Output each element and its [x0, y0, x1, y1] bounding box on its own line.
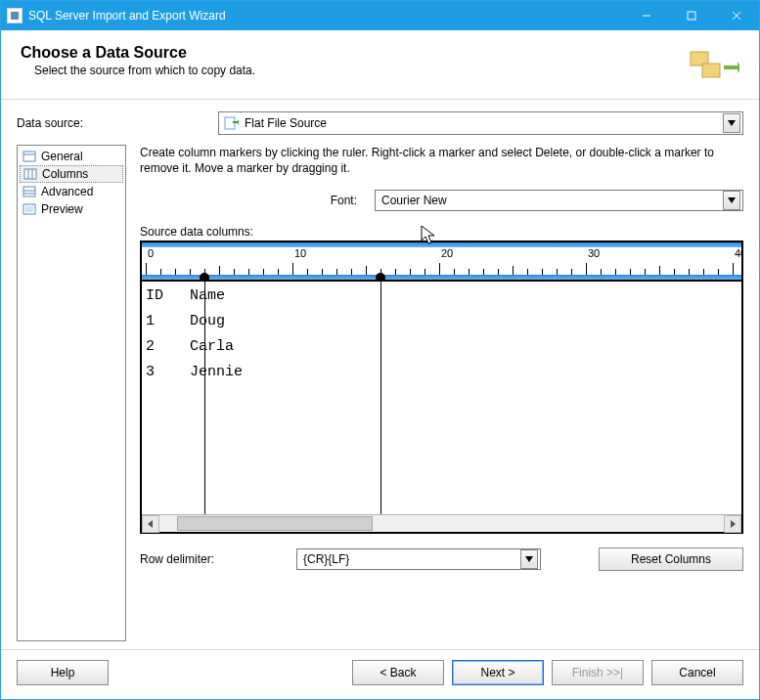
- column-marker[interactable]: [200, 273, 209, 282]
- sidebar-item-columns[interactable]: Columns: [20, 165, 123, 183]
- page-title: Choose a Data Source: [21, 44, 673, 62]
- source-columns-area: 010203040 ID Name1 Doug2 Carla3 Jennie: [140, 241, 743, 534]
- titlebar[interactable]: SQL Server Import and Export Wizard: [1, 1, 759, 30]
- data-source-value: Flat File Source: [245, 116, 723, 130]
- data-source-label: Data source:: [17, 116, 218, 130]
- bottom-row: Row delimiter: {CR}{LF} Reset Columns: [140, 547, 743, 571]
- scroll-left-button[interactable]: [142, 515, 159, 533]
- close-button[interactable]: [714, 1, 759, 30]
- font-drop-button[interactable]: [723, 191, 740, 210]
- sidebar-item-label: Columns: [42, 167, 88, 181]
- font-label: Font:: [140, 194, 375, 207]
- font-value: Courier New: [381, 194, 723, 207]
- svg-rect-12: [23, 187, 35, 197]
- svg-rect-16: [25, 206, 33, 212]
- flat-file-source-icon: [223, 115, 239, 131]
- help-button[interactable]: Help: [17, 660, 109, 685]
- data-row: 3 Jennie: [146, 364, 243, 380]
- data-grid[interactable]: ID Name1 Doug2 Carla3 Jennie: [142, 282, 741, 514]
- sidebar: General Columns Advanced: [17, 145, 126, 641]
- wizard-logo-icon: [685, 44, 739, 91]
- ruler-wrap: 010203040: [142, 242, 741, 282]
- finish-button[interactable]: Finish >>|: [552, 660, 644, 685]
- scroll-track[interactable]: [159, 515, 724, 532]
- data-source-drop-button[interactable]: [723, 113, 740, 133]
- page-header: Choose a Data Source Select the source f…: [1, 30, 759, 100]
- data-row: ID Name: [146, 287, 225, 304]
- sidebar-item-advanced[interactable]: Advanced: [20, 183, 123, 200]
- row-delimiter-label: Row delimiter:: [140, 552, 287, 566]
- font-dropdown[interactable]: Courier New: [375, 190, 743, 211]
- preview-icon: [22, 202, 37, 216]
- advanced-icon: [22, 185, 37, 198]
- sidebar-item-preview[interactable]: Preview: [20, 200, 123, 218]
- sidebar-item-general[interactable]: General: [20, 148, 123, 165]
- page-subtitle: Select the source from which to copy dat…: [34, 64, 673, 77]
- data-row: 1 Doug: [146, 313, 225, 329]
- svg-rect-1: [688, 12, 695, 20]
- back-button[interactable]: < Back: [352, 660, 444, 685]
- data-row: 2 Carla: [146, 338, 234, 355]
- footer: Help < Back Next > Finish >>| Cancel: [1, 649, 759, 699]
- column-divider: [380, 282, 381, 514]
- columns-icon: [22, 167, 38, 181]
- window-root: SQL Server Import and Export Wizard Choo…: [0, 0, 760, 700]
- row-delimiter-dropdown[interactable]: {CR}{LF}: [296, 548, 541, 570]
- source-columns-label: Source data columns:: [140, 225, 743, 239]
- sidebar-item-label: Preview: [41, 202, 83, 216]
- scroll-right-button[interactable]: [724, 515, 741, 533]
- reset-columns-button[interactable]: Reset Columns: [599, 547, 743, 571]
- svg-rect-7: [23, 152, 35, 161]
- font-row: Font: Courier New: [140, 190, 743, 211]
- maximize-button[interactable]: [669, 1, 714, 30]
- cancel-button[interactable]: Cancel: [651, 660, 743, 685]
- row-delimiter-drop-button[interactable]: [520, 549, 538, 569]
- sidebar-item-label: Advanced: [41, 185, 93, 198]
- main-panel: Create column markers by clicking the ru…: [126, 145, 743, 641]
- general-icon: [22, 150, 37, 163]
- ruler[interactable]: 010203040: [142, 247, 741, 275]
- window-title: SQL Server Import and Export Wizard: [28, 9, 624, 22]
- horizontal-scrollbar[interactable]: [142, 514, 741, 532]
- next-button[interactable]: Next >: [452, 660, 544, 685]
- instructions-text: Create column markers by clicking the ru…: [140, 145, 743, 176]
- app-icon: [7, 8, 22, 23]
- data-source-dropdown[interactable]: Flat File Source: [218, 111, 743, 135]
- svg-rect-9: [24, 169, 36, 179]
- row-delimiter-value: {CR}{LF}: [303, 552, 520, 566]
- scroll-thumb[interactable]: [177, 516, 373, 531]
- column-marker[interactable]: [376, 273, 385, 282]
- svg-rect-5: [702, 64, 720, 77]
- data-source-row: Data source: Flat File Source: [17, 111, 743, 135]
- mid: General Columns Advanced: [17, 145, 743, 641]
- sidebar-item-label: General: [41, 150, 83, 163]
- minimize-button[interactable]: [624, 1, 669, 30]
- body: Data source: Flat File Source: [1, 100, 759, 649]
- marker-band[interactable]: [142, 275, 741, 280]
